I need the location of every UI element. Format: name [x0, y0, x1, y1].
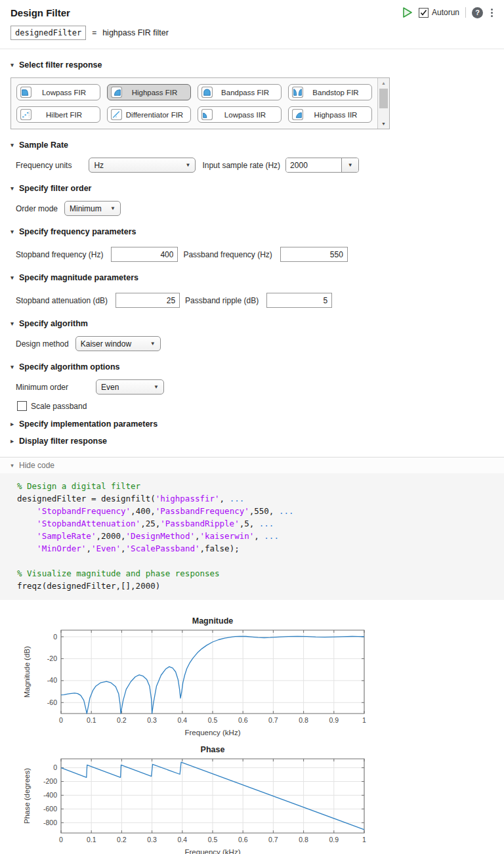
overflow-menu-icon[interactable]: [489, 8, 495, 18]
gallery-item-label: Lowpass FIR: [32, 89, 96, 96]
section-label: Select filter response: [19, 60, 102, 70]
gallery-item-bandstop-fir[interactable]: Bandstop FIR: [288, 84, 372, 100]
svg-text:-40: -40: [47, 676, 57, 684]
svg-text:-800: -800: [43, 819, 57, 826]
gallery-item-label: Lowpass IIR: [213, 111, 278, 119]
svg-text:0.3: 0.3: [147, 836, 157, 843]
gallery-item-label: Bandstop FIR: [303, 89, 368, 96]
run-button-icon[interactable]: [402, 7, 413, 18]
hide-code-toggle[interactable]: ▾ Hide code: [0, 457, 504, 473]
svg-text:-400: -400: [43, 791, 57, 799]
section-specify-frequency-parameters[interactable]: ▾ Specify frequency parameters: [9, 227, 504, 236]
section-sample-rate[interactable]: ▾ Sample Rate: [9, 140, 504, 150]
phase-chart: 00.10.20.30.40.50.60.70.80.910-200-400-6…: [12, 746, 406, 854]
stopband-frequency-label: Stopband frequency (Hz): [16, 250, 103, 259]
gallery-item-label: Highpass IIR: [303, 111, 368, 119]
gallery-item-highpass-iir[interactable]: Highpass IIR: [288, 106, 372, 123]
chevron-down-icon: ▼: [154, 384, 159, 390]
svg-text:0: 0: [59, 836, 63, 843]
frequency-units-value: Hz: [94, 161, 104, 170]
gallery-item-highpass-fir[interactable]: Highpass FIR: [107, 84, 191, 100]
section-specify-algorithm[interactable]: ▾ Specify algorithm: [9, 319, 504, 328]
section-specify-magnitude-parameters[interactable]: ▾ Specify magnitude parameters: [9, 273, 504, 282]
section-label: Specify algorithm: [19, 319, 88, 328]
svg-text:-60: -60: [47, 698, 57, 706]
svg-text:0.4: 0.4: [177, 716, 187, 724]
section-label: Specify filter order: [19, 184, 91, 193]
bandpass-fir-icon: [201, 87, 213, 98]
collapse-triangle-icon: ▾: [9, 364, 15, 370]
passband-ripple-field[interactable]: [266, 293, 332, 308]
svg-text:0.2: 0.2: [117, 716, 127, 724]
passband-frequency-field[interactable]: [280, 247, 348, 262]
svg-text:0.6: 0.6: [238, 836, 248, 843]
autorun-toggle[interactable]: Autorun: [419, 8, 459, 18]
design-method-dropdown[interactable]: Kaiser window ▼: [75, 336, 161, 351]
svg-text:0.8: 0.8: [299, 716, 308, 724]
scroll-down-icon[interactable]: ▼: [378, 119, 389, 129]
scrollbar-thumb[interactable]: [379, 89, 388, 108]
minimum-order-value: Even: [101, 383, 119, 392]
hide-code-label: Hide code: [19, 461, 54, 470]
design-method-value: Kaiser window: [81, 339, 131, 349]
lowpass-iir-icon: [201, 109, 213, 120]
bandstop-fir-icon: [292, 87, 303, 98]
frequency-units-dropdown[interactable]: Hz ▼: [89, 158, 196, 173]
autorun-label: Autorun: [432, 8, 459, 17]
section-label: Display filter response: [19, 437, 107, 446]
input-sample-rate-label: Input sample rate (Hz): [202, 161, 280, 170]
scale-passband-checkbox[interactable]: [17, 401, 27, 411]
svg-text:0.3: 0.3: [147, 716, 157, 724]
collapse-triangle-icon: ▾: [9, 185, 15, 192]
highpass-fir-icon: [111, 87, 122, 98]
svg-text:0.4: 0.4: [177, 836, 187, 843]
gallery-item-differentiator-fir[interactable]: Differentiator FIR: [107, 106, 191, 123]
minimum-order-dropdown[interactable]: Even ▼: [96, 379, 164, 395]
svg-text:1: 1: [362, 836, 366, 843]
magnitude-chart: 00.10.20.30.40.50.60.70.80.910-20-40-60M…: [12, 616, 406, 739]
svg-text:0.8: 0.8: [299, 836, 308, 843]
section-select-filter-response[interactable]: ▾ Select filter response: [9, 60, 504, 70]
svg-text:Phase (degrees): Phase (degrees): [23, 768, 31, 824]
section-specify-implementation-parameters[interactable]: ▸ Specify implementation parameters: [9, 419, 504, 429]
gallery-item-hilbert-fir[interactable]: Hilbert FIR: [16, 106, 100, 123]
svg-text:-200: -200: [43, 777, 57, 785]
stopband-attenuation-field[interactable]: [116, 293, 180, 308]
svg-text:1: 1: [362, 716, 366, 724]
section-display-filter-response[interactable]: ▸ Display filter response: [9, 437, 504, 446]
order-mode-dropdown[interactable]: Minimum ▼: [64, 201, 121, 216]
gallery-item-label: Differentiator FIR: [122, 111, 187, 119]
equals-sign: =: [92, 28, 96, 37]
help-icon[interactable]: ?: [472, 7, 483, 18]
input-sample-rate-combobox[interactable]: ▼: [285, 158, 359, 173]
scrollbar-track[interactable]: [379, 88, 388, 119]
svg-text:Magnitude: Magnitude: [192, 616, 234, 626]
gallery-item-lowpass-iir[interactable]: Lowpass IIR: [198, 106, 282, 123]
chevron-down-icon[interactable]: ▼: [341, 158, 358, 172]
autorun-checkbox[interactable]: [419, 8, 429, 18]
design-filter-task: Design Filter Autorun ? designedFilter =: [0, 0, 504, 854]
section-specify-filter-order[interactable]: ▾ Specify filter order: [9, 184, 504, 193]
gallery-item-bandpass-fir[interactable]: Bandpass FIR: [198, 84, 282, 100]
stopband-frequency-field[interactable]: [111, 247, 178, 262]
passband-frequency-label: Passband frequency (Hz): [183, 250, 272, 259]
check-icon: [420, 9, 427, 16]
output-variable-field[interactable]: designedFilter: [10, 26, 86, 40]
section-label: Specify implementation parameters: [19, 419, 158, 429]
scroll-up-icon[interactable]: ▲: [378, 78, 389, 88]
svg-text:-600: -600: [43, 805, 57, 813]
svg-text:-20: -20: [47, 654, 57, 662]
hilbert-fir-icon: [20, 109, 32, 120]
input-sample-rate-field[interactable]: [286, 158, 341, 172]
section-specify-algorithm-options[interactable]: ▾ Specify algorithm options: [9, 362, 504, 372]
gallery-scrollbar[interactable]: ▲ ▼: [377, 78, 389, 129]
generated-code-block: % Design a digital filterdesignedFilter …: [0, 473, 504, 600]
collapse-triangle-icon: ▾: [9, 228, 15, 235]
collapse-triangle-icon: ▾: [9, 462, 15, 469]
svg-text:0.7: 0.7: [268, 716, 278, 724]
task-header: Design Filter Autorun ? designedFilter =: [0, 0, 504, 49]
gallery-item-label: Bandpass FIR: [213, 89, 278, 96]
gallery-item-lowpass-fir[interactable]: Lowpass FIR: [16, 84, 100, 100]
order-mode-label: Order mode: [16, 204, 58, 213]
frequency-units-label: Frequency units: [16, 161, 72, 170]
